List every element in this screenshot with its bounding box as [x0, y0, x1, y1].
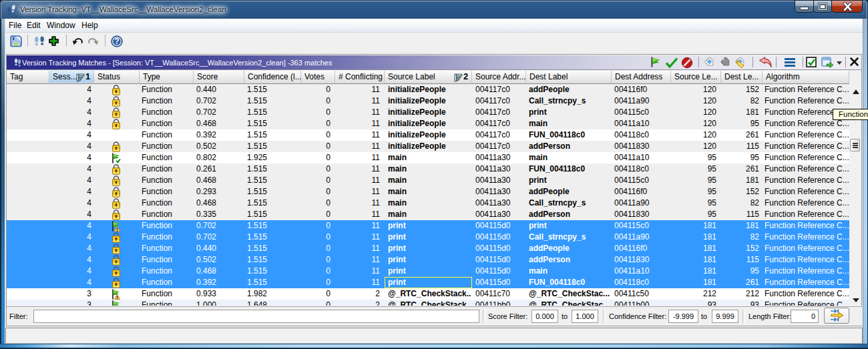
svg-text:?: ?: [114, 37, 119, 46]
